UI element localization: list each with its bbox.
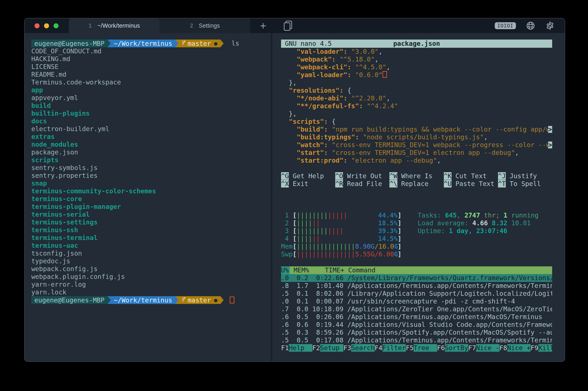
fkey-f1[interactable]: F1Help	[281, 344, 312, 352]
terminal-pane-right[interactable]: GNU nano 4.5 package.json "val-loader": …	[272, 33, 565, 361]
process-row[interactable]: .6 0.6 0:19.44 /Applications/Visual Stud…	[281, 321, 552, 329]
nano-line: "*/node-abi": "^2.20.0",	[281, 95, 552, 102]
shortcut-key: ^R	[335, 180, 343, 188]
process-row[interactable]: .6 0.5 0:26.06 /Applications/Terminus.ap…	[281, 313, 552, 321]
shortcut-label: Where Is	[397, 172, 433, 180]
git-dirty-indicator: ●	[214, 40, 217, 47]
shell-prompt: eugene@Eugenes-MBP~/Work/terminusmaster●	[31, 296, 271, 304]
shortcut-row: ^G Get Help^O Write Out^W Where Is^K Cut…	[281, 172, 552, 180]
header-columns[interactable]: MEM% TIME+ Command	[290, 266, 552, 274]
nano-line: "start:prod": "electron app --debug",	[281, 157, 552, 164]
zoom-button[interactable]	[54, 23, 59, 28]
prompt-user-host: eugene@Eugenes-MBP	[31, 296, 107, 304]
nano-shortcut-bar: ^G Get Help^O Write Out^W Where Is^K Cut…	[281, 172, 552, 188]
htop-monitor: 1 [|||||||||||||44.4%]2 [||||||18.5%]3 […	[281, 211, 552, 352]
nano-line: "**/graceful-fs": "^4.2.4"	[281, 102, 552, 110]
shortcut-key: ^O	[335, 172, 343, 180]
pane-divider[interactable]	[271, 33, 272, 361]
duplicate-icon	[284, 21, 292, 31]
nano-shortcut[interactable]: ^T To Spell	[498, 180, 552, 188]
cpu-percent: 14.5%	[378, 235, 398, 243]
directory-entry: terminus-serial	[31, 211, 271, 218]
globe-icon[interactable]	[526, 21, 535, 30]
process-row[interactable]: .5 0.3 8:59.26 /Applications/Spotify.app…	[281, 329, 552, 336]
gear-icon[interactable]	[545, 21, 555, 30]
file-entry: electron-builder.yml	[31, 125, 271, 133]
nano-line: "start": "cross-env TERMINUS_DEV=1 elect…	[281, 149, 552, 157]
cpu-percent: 18.5%	[378, 219, 398, 227]
nano-line: "build:typings": "node scripts/build-typ…	[281, 133, 552, 141]
terminal-cursor	[230, 296, 234, 303]
directory-entry: terminus-community-color-schemes	[31, 187, 271, 195]
process-table-header[interactable]: U% MEM% TIME+ Command	[281, 266, 552, 274]
fkey-f2[interactable]: F2Setup	[312, 344, 344, 352]
file-entry: webpack.plugin.config.js	[31, 273, 271, 281]
file-entry: appveyor.yml	[31, 94, 271, 102]
powerline-separator	[220, 40, 224, 47]
shortcut-key: ^G	[281, 172, 289, 180]
tab-work-terminus[interactable]: 1 ~/Work/terminus	[69, 18, 159, 33]
process-row[interactable]: .8 1.7 1:01.40 /Applications/Terminus.ap…	[281, 282, 552, 290]
process-table: U% MEM% TIME+ Command .0 0.2 0:22.66 /Sy…	[281, 266, 552, 352]
directory-entry: scripts	[31, 156, 271, 164]
shortcut-key: ^J	[498, 172, 506, 180]
terminal-pane-left[interactable]: eugene@Eugenes-MBP~/Work/terminusmaster●…	[25, 33, 271, 361]
shortcut-key: ^X	[281, 180, 289, 188]
nano-buffer[interactable]: "val-loader": "3.0.0", "webpack": "^5.18…	[281, 48, 552, 164]
new-tab-button[interactable]: +	[250, 18, 276, 33]
directory-entry: terminus-settings	[31, 218, 271, 226]
nano-shortcut[interactable]: ^R Read File	[335, 180, 389, 188]
process-row[interactable]: .5 0.1 8:02.06 /Library/Application Supp…	[281, 290, 552, 297]
directory-entry: terminus-ssh	[31, 226, 271, 234]
sort-column-cpu[interactable]: U%	[281, 266, 290, 274]
cpu-memory-meters: 1 [|||||||||||||44.4%]2 [||||||18.5%]3 […	[281, 211, 401, 258]
shortcut-label: Exit	[289, 180, 308, 188]
ls-output: CODE_OF_CONDUCT.mdHACKING.mdLICENSEREADM…	[31, 47, 271, 296]
function-key-bar: F1Help F2Setup F3SearchF4FilterF5Tree F6…	[281, 344, 552, 352]
tab-settings[interactable]: 2 Settings	[159, 18, 250, 33]
git-branch-icon	[182, 296, 186, 304]
file-entry: webpack.config.js	[31, 265, 271, 273]
nano-line: },	[281, 79, 552, 87]
nano-shortcut[interactable]: ^K Cut Text	[444, 172, 498, 180]
process-row[interactable]: .0 0.1 0:00.07 /usr/sbin/screencapture -…	[281, 297, 552, 305]
memory-meter: Mem [|||||||||||||||8.90G/16.0G]	[281, 243, 401, 250]
nano-shortcut[interactable]: ^X Exit	[281, 180, 335, 188]
nano-shortcut[interactable]: ^W Where Is	[389, 172, 443, 180]
fkey-f6[interactable]: F6SortBy	[437, 344, 468, 352]
nano-shortcut[interactable]: ^\ Replace	[389, 180, 443, 188]
prompt-git-segment: master●	[178, 40, 220, 47]
nano-titlebar: GNU nano 4.5 package.json	[281, 40, 552, 48]
swap-meter: Swp [|||||||||||||||5.55G/6.00G]	[281, 250, 401, 258]
file-entry: LICENSE	[31, 63, 271, 71]
cpu-meter: 3 [||||||||||||39.3%]	[281, 227, 401, 235]
directory-entry: terminus-uac	[31, 242, 271, 250]
powerline-separator	[175, 296, 178, 304]
close-button[interactable]	[35, 23, 40, 28]
tab-title: Settings	[199, 22, 220, 29]
file-entry: typedoc.js	[31, 257, 271, 265]
process-row[interactable]: .5 0.5 0:17.08 /Applications/Terminus.ap…	[281, 336, 552, 344]
fkey-f3[interactable]: F3Search	[343, 344, 375, 352]
minimize-button[interactable]	[44, 23, 49, 28]
split-tabs-button[interactable]	[276, 18, 300, 33]
fkey-f5[interactable]: F5Tree	[406, 344, 437, 352]
directory-entry: terminus-plugin-manager	[31, 203, 271, 211]
serial-port-icon[interactable]: IOIOI	[495, 22, 516, 29]
process-row[interactable]: .7 0.0 10:18.09 /Applications/ZeroTier O…	[281, 305, 552, 313]
nano-shortcut[interactable]: ^G Get Help	[281, 172, 335, 180]
fkey-f9[interactable]: F9Kill	[531, 344, 552, 352]
cpu-meter: 4 [||||||14.5%]	[281, 235, 401, 243]
shortcut-key: ^W	[389, 172, 397, 180]
nano-line: "webpack-cli": "^4.5.0",	[281, 63, 552, 71]
file-entry: CODE_OF_CONDUCT.md	[31, 47, 271, 55]
nano-shortcut[interactable]: ^J Justify	[498, 172, 552, 180]
git-branch-icon	[182, 40, 186, 47]
fkey-f8[interactable]: F8Nice +	[500, 344, 531, 352]
nano-shortcut[interactable]: ^O Write Out	[335, 172, 389, 180]
process-row[interactable]: .0 0.2 0:22.66 /System/Library/Framework…	[281, 274, 552, 282]
fkey-f7[interactable]: F7Nice -	[468, 344, 500, 352]
fkey-f4[interactable]: F4Filter	[375, 344, 406, 352]
terminal-content: eugene@Eugenes-MBP~/Work/terminusmaster●…	[25, 33, 565, 361]
nano-shortcut[interactable]: ^U Paste Text	[444, 180, 498, 188]
